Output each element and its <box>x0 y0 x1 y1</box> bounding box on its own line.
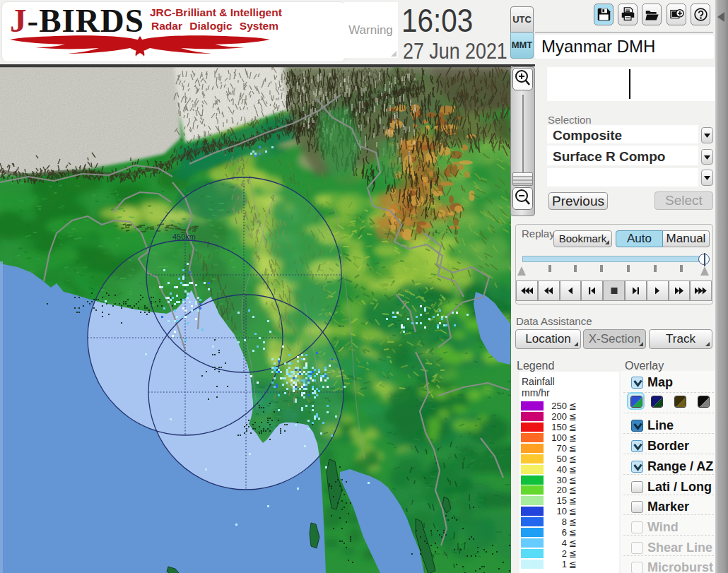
svg-text:450km: 450km <box>172 232 196 241</box>
